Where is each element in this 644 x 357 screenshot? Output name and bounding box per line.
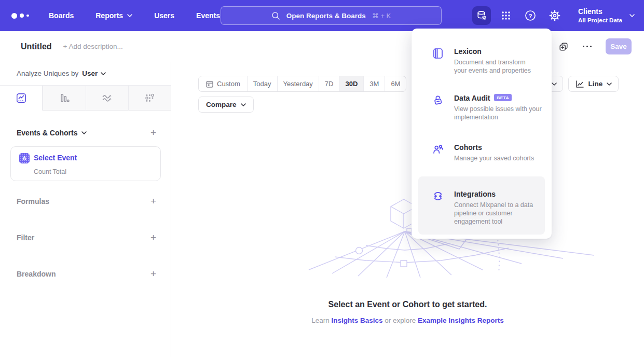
- add-formula-button[interactable]: +: [150, 196, 156, 206]
- nav-item-reports[interactable]: Reports: [95, 11, 132, 20]
- date-range-label: 3M: [369, 80, 379, 88]
- empty-state-title: Select an Event or Cohort to get started…: [171, 300, 644, 309]
- nav-item-events[interactable]: Events: [196, 11, 220, 20]
- event-letter-badge: A: [19, 153, 30, 163]
- org-name: Clients: [578, 7, 622, 16]
- date-range-custom[interactable]: Custom: [199, 76, 247, 91]
- date-range-label: 7D: [325, 80, 334, 88]
- select-event-button[interactable]: Select Event: [34, 154, 77, 162]
- search-placeholder: Open Reports & Boards: [286, 12, 366, 20]
- project-selector-text: Clients All Project Data: [578, 7, 622, 24]
- chevron-down-icon: [552, 83, 557, 86]
- chart-style-dropdown[interactable]: Line: [568, 76, 619, 92]
- date-range-label: Today: [253, 80, 271, 88]
- search-icon: [271, 11, 280, 20]
- report-title[interactable]: Untitled: [21, 42, 52, 51]
- menu-item-text: Lexicon Document and transform your even…: [454, 47, 537, 75]
- nav-item-users[interactable]: Users: [154, 11, 174, 20]
- menu-item-title: Lexicon: [454, 47, 482, 56]
- beta-badge: BETA: [494, 94, 512, 101]
- date-range-30d-selected[interactable]: 30D: [339, 76, 363, 91]
- nav-item-label: Reports: [95, 11, 123, 20]
- date-range-7d[interactable]: 7D: [319, 76, 339, 91]
- add-filter-button[interactable]: +: [150, 232, 156, 242]
- nav-links: Boards Reports Users Events: [49, 11, 220, 20]
- description-placeholder[interactable]: + Add description...: [63, 43, 123, 50]
- tab-breakdown-grid[interactable]: [128, 86, 171, 111]
- chart-area: Custom Today Yesterday 7D 30D 3M 6M Comp…: [171, 62, 644, 357]
- empty-state-middle: or explore: [382, 317, 418, 324]
- date-range-label: 30D: [345, 80, 358, 88]
- query-sidebar: Analyze Uniques by User: [0, 62, 171, 357]
- save-button[interactable]: Save: [606, 38, 632, 54]
- help-icon: ?: [524, 9, 537, 22]
- menu-item-lexicon[interactable]: Lexicon Document and transform your even…: [432, 47, 542, 75]
- global-search[interactable]: Open Reports & Boards ⌘ + K: [221, 6, 442, 25]
- apps-grid-icon: [500, 9, 512, 22]
- date-range-label: Yesterday: [283, 80, 313, 88]
- event-aggregation[interactable]: Count Total: [34, 168, 66, 175]
- chevron-down-icon: [127, 14, 132, 17]
- add-breakdown-button[interactable]: +: [150, 269, 156, 279]
- tab-bar-chart[interactable]: [43, 86, 85, 111]
- menu-item-data-audit[interactable]: Data Audit BETA View possible issues wit…: [432, 94, 542, 121]
- chart-style-label: Line: [588, 80, 603, 88]
- copy-icon[interactable]: [558, 42, 569, 52]
- analyze-by-dropdown[interactable]: User: [82, 70, 106, 77]
- date-range-yesterday[interactable]: Yesterday: [277, 76, 319, 91]
- settings-button[interactable]: [545, 6, 564, 25]
- help-button[interactable]: ?: [521, 6, 540, 25]
- top-nav: Boards Reports Users Events Open Reports…: [0, 0, 644, 31]
- add-event-button[interactable]: +: [150, 128, 156, 138]
- tab-insights-icon: [16, 92, 27, 104]
- data-management-icon: [475, 9, 488, 22]
- date-range-control: Custom Today Yesterday 7D 30D 3M 6M: [198, 76, 406, 92]
- nav-item-boards[interactable]: Boards: [49, 11, 74, 20]
- menu-item-title: Data Audit: [454, 94, 490, 102]
- formulas-label: Formulas: [17, 197, 49, 205]
- search-shortcut: ⌘ + K: [372, 12, 391, 20]
- compare-label: Compare: [206, 101, 237, 108]
- filter-section: Filter +: [17, 232, 156, 242]
- menu-item-text: Integrations Connect Mixpanel to a data …: [454, 190, 545, 226]
- more-options-button[interactable]: [583, 46, 592, 48]
- insights-basics-link[interactable]: Insights Basics: [331, 317, 382, 324]
- tab-flows[interactable]: [86, 86, 128, 111]
- lexicon-icon: [432, 47, 444, 60]
- mixpanel-logo[interactable]: [11, 13, 34, 19]
- line-chart-icon: [575, 79, 584, 89]
- compare-dropdown[interactable]: Compare: [198, 97, 254, 113]
- date-range-label: Custom: [217, 80, 240, 88]
- chevron-down-icon: [629, 14, 635, 17]
- menu-item-desc: Connect Mixpanel to a data pipeline or c…: [454, 201, 545, 226]
- tab-insights-line[interactable]: [0, 86, 43, 111]
- date-range-today[interactable]: Today: [247, 76, 277, 91]
- project-selector[interactable]: Clients All Project Data: [578, 7, 635, 24]
- date-range-6m[interactable]: 6M: [385, 76, 406, 91]
- chevron-down-icon: [241, 103, 246, 106]
- calendar-icon: [205, 80, 214, 88]
- menu-item-integrations[interactable]: Integrations Connect Mixpanel to a data …: [432, 190, 542, 226]
- data-audit-icon: [432, 94, 444, 106]
- integrations-icon: [432, 190, 444, 202]
- date-range-3m[interactable]: 3M: [363, 76, 385, 91]
- events-cohorts-header: Events & Cohorts +: [17, 128, 156, 138]
- project-name: All Project Data: [578, 17, 622, 24]
- menu-item-cohorts[interactable]: Cohorts Manage your saved cohorts: [432, 143, 542, 162]
- date-range-label: 6M: [391, 80, 400, 88]
- empty-state-links: Learn Insights Basics or explore Example…: [171, 317, 644, 324]
- event-card[interactable]: A Select Event Count Total: [10, 146, 161, 181]
- example-reports-link[interactable]: Example Insights Reports: [418, 317, 504, 324]
- apps-grid-button[interactable]: [497, 6, 515, 25]
- empty-state: Select an Event or Cohort to get started…: [171, 300, 644, 324]
- chevron-down-icon: [81, 131, 87, 134]
- events-cohorts-dropdown[interactable]: Events & Cohorts: [17, 129, 87, 137]
- settings-icon: [549, 9, 561, 22]
- analyze-label: Analyze Uniques by: [17, 70, 78, 77]
- menu-item-desc: View possible issues with your implement…: [454, 105, 550, 121]
- menu-item-desc: Document and transform your events and p…: [454, 58, 537, 75]
- formulas-section: Formulas +: [17, 196, 156, 206]
- data-management-button[interactable]: [472, 6, 491, 25]
- breakdown-section: Breakdown +: [17, 269, 156, 279]
- breakdown-label: Breakdown: [17, 270, 56, 278]
